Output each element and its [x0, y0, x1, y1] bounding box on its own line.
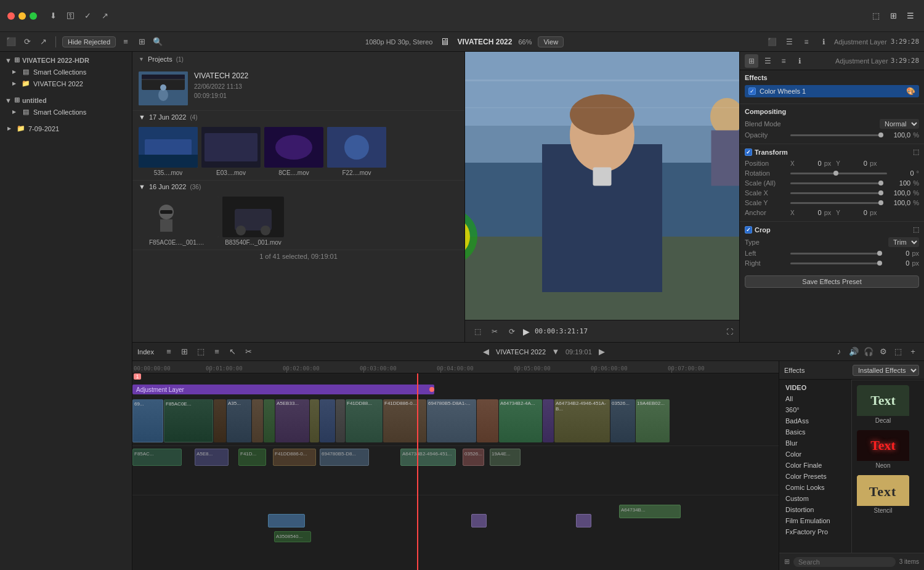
scale-x-slider[interactable] — [790, 192, 883, 194]
list-item[interactable]: A64734B... — [619, 505, 681, 518]
crop-type-select[interactable]: Trim — [888, 237, 919, 247]
cursor-icon[interactable]: ↖ — [227, 346, 239, 358]
crop-icon[interactable]: ⬚ — [471, 325, 484, 338]
list-item[interactable]: 69... — [132, 399, 163, 442]
effects-category-comic-looks[interactable]: Comic Looks — [779, 482, 851, 493]
date-section-17jun[interactable]: ▼ 17 Jun 2022 (4) — [132, 110, 464, 123]
effects-category-custom[interactable]: Custom — [779, 493, 851, 504]
effect-item-color-wheels[interactable]: ✓ Color Wheels 1 🎨 — [745, 85, 919, 97]
list-item[interactable]: 694780B5-D8A1-... — [427, 399, 476, 442]
sidebar-item-smart-collections-2[interactable]: ▶ ▤ Smart Collections — [0, 106, 132, 118]
effects-category-blur[interactable]: Blur — [779, 438, 851, 449]
grid-icon[interactable]: ⊞ — [887, 10, 899, 22]
transform-header[interactable]: ✓ Transform ⬚ — [745, 148, 919, 156]
share-icon[interactable]: ↗ — [99, 10, 111, 22]
list-item[interactable]: 694780B5-D8... — [320, 449, 369, 466]
effects-category-badass[interactable]: BadAss — [779, 415, 851, 426]
list-item[interactable]: 03526... — [610, 399, 635, 442]
transform-checkbox[interactable]: ✓ — [745, 149, 752, 156]
view-button[interactable]: View — [538, 36, 564, 47]
compositing-header[interactable]: Compositing — [745, 108, 919, 115]
list-item[interactable]: F41DD88... — [346, 399, 383, 442]
maximize-button[interactable] — [30, 12, 37, 20]
effects-category-all[interactable]: All — [779, 393, 851, 404]
list-item[interactable]: 8CE....mov — [264, 127, 323, 176]
date-section-16jun[interactable]: ▼ 16 Jun 2022 (36) — [132, 180, 464, 193]
key-icon[interactable]: ⚿ — [64, 10, 76, 22]
audio-icon[interactable]: ♪ — [833, 346, 845, 358]
effects-category-video[interactable]: VIDEO — [779, 382, 851, 393]
effects-category-color-finale[interactable]: Color Finale — [779, 460, 851, 471]
timeline-clip-icon[interactable]: ⬚ — [195, 346, 207, 358]
list-item[interactable]: A64734B2-4946-451... — [400, 449, 456, 466]
inspector-info-icon[interactable]: ℹ — [817, 35, 830, 49]
inspector-filter-tab[interactable]: ≡ — [777, 54, 790, 68]
dropdown-icon[interactable]: ▼ — [549, 346, 562, 358]
list-item[interactable]: B83540F..._001.mov — [222, 197, 284, 246]
save-effects-preset-button[interactable]: Save Effects Preset — [745, 275, 919, 288]
sidebar-item-vivatech2022[interactable]: ▶ 📁 VIVATECH 2022 — [0, 78, 132, 89]
library-icon[interactable]: ⬛ — [5, 36, 17, 48]
list-item[interactable]: F41D... — [238, 449, 266, 466]
crop-right-slider[interactable] — [790, 263, 882, 264]
list-item[interactable] — [268, 514, 305, 527]
blade-icon[interactable]: ✂ — [488, 325, 501, 338]
speed-icon[interactable]: ⟳ — [506, 325, 518, 338]
layout-icon[interactable]: ☰ — [904, 10, 917, 22]
hide-rejected-button[interactable]: Hide Rejected — [62, 36, 116, 47]
list-item[interactable]: A64734B2-4946-451A-B... — [554, 399, 610, 442]
list-item[interactable]: A35... — [227, 399, 251, 442]
settings-icon[interactable]: ⚙ — [877, 346, 890, 358]
scale-y-slider[interactable] — [790, 202, 883, 204]
search-icon[interactable]: 🔍 — [152, 36, 164, 48]
list-item[interactable] — [471, 514, 487, 527]
effects-category-film-emulation[interactable]: Film Emulation — [779, 515, 851, 526]
list-item[interactable] — [543, 399, 554, 442]
timeline-list-icon[interactable]: ≡ — [163, 346, 175, 358]
clip-view-icon[interactable]: ⬚ — [892, 346, 904, 358]
effects-filter-select[interactable]: Installed Effects — [853, 365, 919, 376]
list-item[interactable]: A5EB33... — [275, 399, 309, 442]
timeline-grid-icon[interactable]: ⊞ — [179, 346, 191, 358]
sidebar-item-vivatech-hdr[interactable]: ▼ ⊞ VIVATECH 2022-HDR — [0, 54, 132, 66]
effect-thumb-stencil[interactable]: Text Stencil — [857, 475, 909, 515]
sidebar-item-7-09-2021[interactable]: ▶ 📁 7-09-2021 — [0, 123, 132, 134]
list-item[interactable] — [214, 399, 226, 442]
list-item[interactable] — [252, 399, 263, 442]
close-button[interactable] — [7, 12, 15, 20]
inspector-video-icon[interactable]: ☰ — [782, 35, 796, 49]
checkmark-icon[interactable]: ✓ — [81, 10, 94, 22]
crop-left-slider[interactable] — [790, 253, 882, 254]
effects-category-distortion[interactable]: Distortion — [779, 504, 851, 515]
play-button[interactable]: ▶ — [523, 327, 530, 336]
list-item[interactable]: E03....mov — [201, 127, 261, 176]
list-item[interactable]: F85AC0E... — [164, 399, 213, 442]
headphones-icon[interactable]: 🎧 — [862, 346, 875, 358]
list-item[interactable]: A64734B2-4A... — [499, 399, 542, 442]
opacity-slider[interactable] — [790, 134, 883, 136]
list-item[interactable] — [320, 399, 335, 442]
list-item[interactable]: F41DD886-0... — [383, 399, 426, 442]
download-icon[interactable]: ⬇ — [47, 10, 59, 22]
effect-thumb-neon[interactable]: Text Neon — [857, 430, 909, 470]
projects-section-header[interactable]: ▼ Projects (1) — [132, 52, 464, 67]
list-item[interactable] — [576, 514, 591, 527]
inspector-info-tab[interactable]: ℹ — [793, 54, 806, 68]
sidebar-item-untitled[interactable]: ▼ ⊞ untitled — [0, 94, 132, 106]
timeline-menu-icon[interactable]: ≡ — [211, 346, 223, 358]
forward-btn[interactable]: ▶ — [596, 346, 608, 358]
media-icon[interactable]: ⟳ — [21, 36, 33, 48]
blend-mode-select[interactable]: Normal — [880, 119, 919, 129]
fullscreen-button[interactable]: ⛶ — [726, 328, 733, 335]
effect-checkbox[interactable]: ✓ — [748, 88, 756, 95]
project-item[interactable]: VIVATECH 2022 22/06/2022 11:13 00:09:19:… — [132, 67, 464, 110]
list-item[interactable]: 535....mov — [139, 127, 198, 176]
share-2-icon[interactable]: ↗ — [37, 36, 49, 48]
monitor-icon[interactable]: ⬚ — [870, 10, 882, 22]
crop-header[interactable]: ✓ Crop ⬚ — [745, 226, 919, 234]
scale-all-slider[interactable] — [790, 182, 883, 184]
minimize-button[interactable] — [18, 12, 26, 20]
list-item[interactable]: F85AC0E...._001.mov — [139, 197, 219, 246]
list-item[interactable]: 03526... — [463, 449, 484, 466]
effects-category-360[interactable]: 360° — [779, 404, 851, 415]
